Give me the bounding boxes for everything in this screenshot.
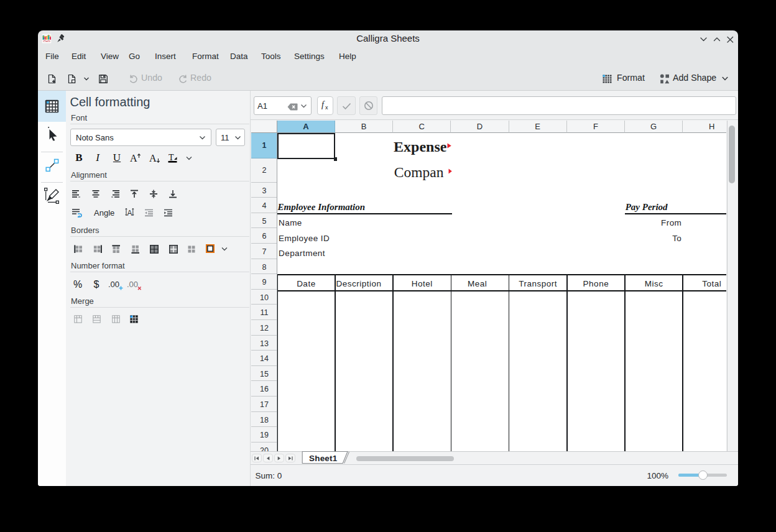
- svg-text:T: T: [169, 153, 174, 162]
- svg-text:A: A: [130, 153, 137, 163]
- svg-text:A: A: [127, 209, 132, 218]
- svg-text:.00: .00: [108, 280, 119, 289]
- svg-text:A: A: [149, 153, 157, 163]
- svg-text:.00: .00: [127, 280, 138, 289]
